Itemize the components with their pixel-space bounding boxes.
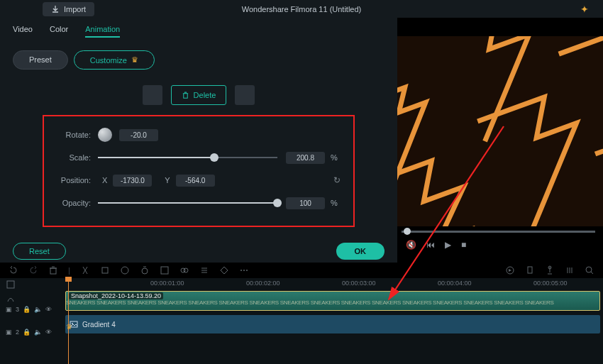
transform-controls: Rotate: -20.0 Scale: 200.8 % Position: X… — [43, 115, 355, 227]
mute-track-icon[interactable]: 🔈 — [34, 306, 42, 313]
list-icon[interactable] — [199, 265, 209, 275]
position-reset-icon[interactable]: ↻ — [333, 175, 341, 185]
svg-point-2 — [121, 267, 128, 274]
svg-point-9 — [246, 270, 248, 271]
premium-clip-icon: ♛ — [66, 323, 72, 331]
preset-pill[interactable]: Preset — [13, 50, 68, 70]
opacity-value[interactable]: 100 — [286, 197, 325, 209]
split-icon[interactable] — [80, 265, 90, 275]
app-title: Wondershare Filmora 11 (Untitled) — [242, 5, 362, 13]
track-number: 2 — [16, 329, 19, 336]
track-number: 3 — [16, 306, 19, 313]
scale-unit: % — [325, 153, 341, 162]
render-icon[interactable] — [505, 265, 515, 275]
mask-icon[interactable] — [179, 265, 189, 275]
prev-keyframe-button[interactable] — [143, 85, 162, 105]
marker-icon[interactable] — [525, 265, 535, 275]
record-icon[interactable] — [545, 265, 555, 275]
track-manage-icon[interactable] — [6, 280, 16, 289]
ruler-tick: 00:00:01:00 — [150, 280, 184, 287]
scale-slider[interactable] — [98, 157, 277, 158]
hide-track-icon[interactable]: 👁 — [45, 306, 52, 313]
rotate-dial[interactable] — [98, 128, 112, 142]
more-icon[interactable] — [239, 265, 249, 275]
opacity-unit: % — [325, 199, 341, 207]
keyframe-icon[interactable] — [219, 265, 229, 275]
position-label: Position: — [57, 176, 98, 184]
rotate-label: Rotate: — [57, 131, 98, 139]
rotate-value[interactable]: -20.0 — [119, 129, 158, 141]
hide-track-icon[interactable]: 👁 — [45, 329, 52, 336]
scale-value[interactable]: 200.8 — [286, 152, 325, 164]
color-icon[interactable] — [160, 265, 170, 275]
svg-rect-4 — [161, 267, 168, 274]
crop-icon[interactable] — [100, 265, 110, 275]
redo-icon[interactable] — [28, 265, 38, 275]
svg-point-8 — [243, 270, 245, 271]
svg-point-7 — [240, 270, 242, 271]
video-clip-gradient[interactable]: Gradient 4 — [65, 315, 600, 333]
delete-icon[interactable] — [48, 265, 58, 275]
position-x-value[interactable]: -1730.0 — [113, 175, 152, 187]
svg-rect-14 — [7, 281, 14, 288]
track-adjust-icon[interactable] — [6, 294, 16, 304]
video-clip-snapshot[interactable]: Snapshot_2022-10-14-13.59.20 SNEAKERS SN… — [65, 291, 600, 311]
play-icon[interactable]: ▶ — [445, 240, 451, 250]
zoom-icon[interactable] — [585, 265, 594, 275]
svg-point-13 — [586, 267, 592, 272]
time-ruler[interactable]: 00:00:01:00 00:00:02:00 00:00:03:00 00:0… — [65, 278, 603, 289]
clip-label: Gradient 4 — [82, 321, 116, 329]
customize-pill[interactable]: Customize ♛ — [74, 50, 155, 70]
tab-video[interactable]: Video — [13, 25, 33, 38]
import-icon — [51, 5, 60, 13]
lock-icon[interactable]: 🔒 — [23, 329, 31, 336]
position-y-value[interactable]: -564.0 — [176, 175, 215, 187]
svg-rect-0 — [50, 268, 56, 274]
reset-button[interactable]: Reset — [13, 243, 66, 260]
import-label: Import — [64, 5, 86, 13]
svg-point-6 — [184, 268, 188, 272]
clip-label: Snapshot_2022-10-14-13.59.20 — [69, 292, 163, 299]
ruler-tick: 00:00:03:00 — [342, 280, 376, 287]
position-x-label: X — [98, 176, 113, 184]
svg-rect-11 — [528, 267, 532, 273]
scale-label: Scale: — [57, 153, 98, 162]
delete-label: Delete — [194, 91, 216, 99]
position-y-label: Y — [152, 176, 175, 184]
preview-canvas[interactable] — [397, 36, 603, 226]
customize-label: Customize — [90, 56, 127, 65]
crown-icon: ♛ — [131, 55, 138, 65]
track-type-icon: ▣ — [6, 306, 12, 313]
step-back-icon[interactable]: ⏮ — [426, 240, 435, 250]
import-button[interactable]: Import — [43, 2, 94, 16]
stop-icon[interactable]: ■ — [461, 240, 466, 250]
opacity-slider[interactable] — [98, 202, 277, 204]
opacity-label: Opacity: — [57, 199, 98, 207]
tab-color[interactable]: Color — [50, 25, 68, 38]
svg-point-3 — [142, 268, 148, 274]
lock-icon[interactable]: 🔒 — [23, 306, 31, 313]
delete-button[interactable]: Delete — [171, 85, 227, 105]
track-type-icon: ▣ — [6, 329, 12, 336]
playhead[interactable] — [68, 278, 69, 364]
trash-icon — [182, 92, 189, 99]
tips-icon[interactable]: ✦ — [580, 4, 589, 15]
scrub-bar[interactable] — [402, 231, 595, 233]
undo-icon[interactable] — [9, 265, 18, 275]
tab-animation[interactable]: Animation — [85, 25, 120, 38]
mute-icon[interactable]: 🔇 — [406, 240, 416, 250]
ok-button[interactable]: OK — [336, 243, 385, 260]
mute-track-icon[interactable]: 🔈 — [34, 329, 42, 336]
ruler-tick: 00:00:05:00 — [533, 280, 568, 287]
mixer-icon[interactable] — [565, 265, 575, 275]
speed-icon[interactable] — [120, 265, 130, 275]
svg-rect-1 — [102, 268, 108, 273]
ruler-tick: 00:00:02:00 — [246, 280, 280, 287]
next-keyframe-button[interactable] — [235, 85, 255, 105]
timer-icon[interactable] — [140, 265, 150, 275]
ruler-tick: 00:00:04:00 — [438, 280, 472, 287]
